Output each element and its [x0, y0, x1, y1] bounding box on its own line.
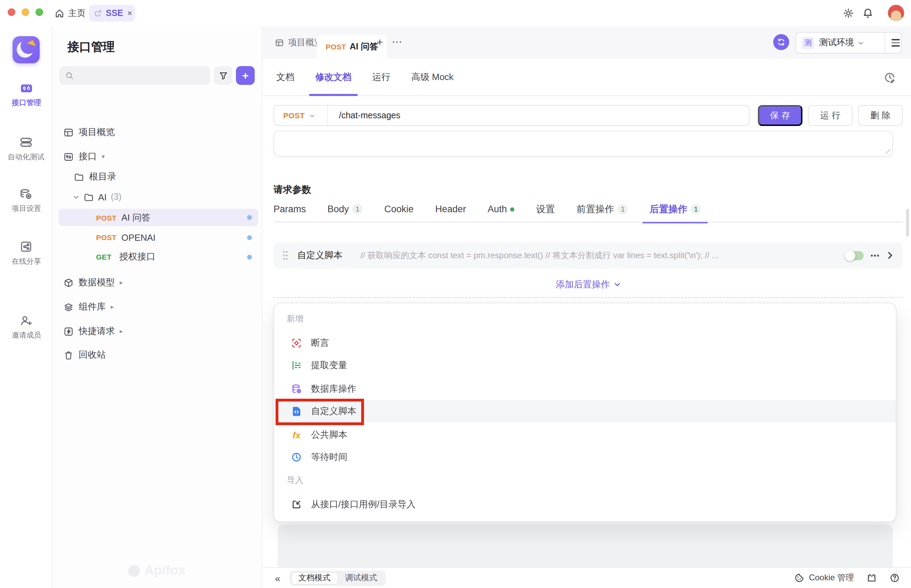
chevron-down-icon[interactable] — [73, 194, 79, 200]
tab-project-overview[interactable]: 项目概览 — [275, 26, 323, 58]
caret-right-icon[interactable]: ▸ — [120, 279, 123, 286]
sidebar-item-invite-members[interactable]: 邀请成员 — [0, 315, 52, 340]
folder-icon — [84, 192, 94, 202]
subtab-advanced-mock[interactable]: 高级 Mock — [411, 58, 454, 96]
param-tab-pre-operations[interactable]: 前置操作1 — [577, 196, 628, 222]
environment-menu-icon[interactable] — [888, 33, 903, 53]
settings-gear-icon[interactable] — [843, 8, 854, 19]
minimize-window-button[interactable] — [22, 8, 29, 16]
caret-down-icon[interactable]: ▾ — [102, 153, 105, 160]
zoom-window-button[interactable] — [36, 8, 43, 16]
tree-item-component-library[interactable]: 组件库 ▸ — [58, 299, 256, 315]
param-tab-cookie[interactable]: Cookie — [384, 196, 414, 222]
rail-item-label: 邀请成员 — [11, 330, 41, 340]
param-tab-auth[interactable]: Auth — [488, 196, 515, 222]
menu-item-custom-script[interactable]: 自定义脚本 — [274, 400, 896, 422]
tree-item-recycle-bin[interactable]: 回收站 — [58, 347, 256, 363]
sidebar-item-api-management[interactable]: 接口管理 — [0, 82, 52, 108]
folder-count: (3) — [111, 192, 122, 202]
method-select[interactable]: POST — [274, 106, 328, 125]
notifications-bell-icon[interactable] — [862, 8, 874, 19]
tree-item-endpoint-auth[interactable]: GET 授权接口 — [58, 249, 256, 265]
delete-button[interactable]: 删除 — [858, 105, 903, 126]
tree-item-ai-folder[interactable]: AI (3) — [58, 189, 256, 205]
user-avatar[interactable] — [887, 4, 905, 21]
cookie-icon — [795, 573, 805, 583]
sse-project-tab[interactable]: SSE × — [89, 5, 135, 21]
fx-icon: fx — [291, 430, 302, 440]
endpoint-path-input[interactable] — [328, 111, 749, 120]
param-tab-settings[interactable]: 设置 — [536, 196, 555, 222]
home-tab[interactable]: 主页 — [52, 5, 88, 21]
param-tab-header[interactable]: Header — [435, 196, 466, 222]
expand-chevron-icon[interactable] — [887, 251, 893, 260]
rail-item-label: 自动化测试 — [8, 152, 45, 162]
sidebar-item-online-share[interactable]: 在线分享 — [0, 241, 52, 267]
filter-button[interactable] — [214, 66, 233, 85]
api-management-icon — [19, 82, 33, 94]
lightning-icon — [63, 326, 74, 336]
cookie-manager-button[interactable]: Cookie 管理 — [795, 572, 854, 584]
param-tab-post-operations[interactable]: 后置操作1 — [650, 196, 701, 222]
custom-script-row[interactable]: 自定义脚本 // 获取响应的文本 const text = pm.respons… — [273, 242, 903, 268]
tree-item-endpoint-openai[interactable]: POST OPENAI — [58, 229, 256, 246]
add-post-operation-button[interactable]: 添加后置操作 — [273, 275, 903, 294]
rail-item-label: 接口管理 — [11, 98, 41, 108]
menu-item-label: 断言 — [311, 337, 329, 349]
debug-mode-segment[interactable]: 调试模式 — [338, 572, 384, 584]
add-api-button[interactable]: + — [236, 66, 255, 85]
new-tab-button[interactable]: + — [376, 36, 383, 49]
menu-item-assertion[interactable]: 断言 — [274, 332, 896, 354]
tree-item-data-models[interactable]: 数据模型 ▸ — [58, 274, 256, 291]
tree-item-label: 快捷请求 — [79, 325, 115, 338]
auth-set-dot — [510, 207, 515, 211]
menu-item-database-operation[interactable]: 数据库操作 — [274, 378, 896, 400]
row-more-menu-icon[interactable]: ⋯ — [870, 250, 880, 261]
param-tab-body[interactable]: Body1 — [328, 196, 363, 222]
tree-item-quick-request[interactable]: 快捷请求 ▸ — [58, 323, 256, 339]
overview-grid-icon — [275, 38, 284, 47]
subtab-edit-document[interactable]: 修改文档 — [315, 58, 351, 96]
project-settings-icon — [19, 188, 33, 200]
caret-right-icon[interactable]: ▸ — [111, 304, 114, 310]
menu-item-import-from-api[interactable]: 从接口/接口用例/目录导入 — [274, 493, 896, 515]
environment-selector[interactable]: 测 测试环境 — [795, 32, 902, 53]
param-tab-params[interactable]: Params — [273, 196, 306, 222]
sidebar-item-project-settings[interactable]: 项目设置 — [0, 188, 52, 214]
unsaved-dot — [247, 235, 252, 240]
tab-overflow-menu[interactable]: ⋯ — [392, 36, 403, 48]
collapse-sidebar-icon[interactable]: « — [275, 572, 281, 583]
close-tab-icon[interactable]: × — [128, 8, 132, 18]
endpoint-editor: POST 保存 运行 删除 请求参数 Params Body1 Cookie H… — [273, 96, 903, 567]
method-value: POST — [283, 111, 305, 120]
caret-right-icon[interactable]: ▸ — [120, 328, 123, 335]
search-input[interactable] — [59, 66, 210, 85]
close-window-button[interactable] — [8, 8, 15, 16]
description-textarea[interactable] — [273, 131, 893, 157]
tree-item-project-overview[interactable]: 项目概览 — [58, 124, 256, 141]
rail-item-label: 在线分享 — [11, 257, 41, 267]
help-icon[interactable] — [889, 573, 900, 583]
tree-item-endpoint-ai-qa[interactable]: POST AI 问答 — [58, 209, 256, 226]
subtab-run[interactable]: 运行 — [372, 58, 391, 96]
scrollbar-thumb[interactable] — [906, 209, 909, 237]
drag-handle-icon[interactable] — [283, 250, 288, 260]
tree-item-root-folder[interactable]: 根目录 — [58, 168, 256, 185]
method-badge: GET — [96, 253, 111, 261]
theme-tshirt-icon[interactable] — [866, 573, 877, 583]
menu-item-public-script[interactable]: fx 公共脚本 — [274, 424, 896, 446]
tree-item-label: 项目概览 — [79, 126, 115, 139]
invite-members-icon — [19, 315, 33, 326]
sync-status-button[interactable] — [773, 34, 789, 50]
enabled-toggle[interactable] — [845, 251, 863, 260]
subtab-document[interactable]: 文档 — [276, 58, 294, 96]
history-clock-icon[interactable] — [884, 72, 896, 84]
doc-mode-segment[interactable]: 文档模式 — [291, 572, 338, 584]
sidebar-item-automated-testing[interactable]: 自动化测试 — [0, 136, 52, 162]
menu-item-extract-variable[interactable]: 提取变量 — [274, 354, 896, 376]
chevron-down-icon — [309, 112, 315, 119]
menu-item-wait-time[interactable]: 等待时间 — [274, 446, 896, 468]
tree-item-api-section[interactable]: 接口 ▾ — [58, 148, 256, 165]
save-button[interactable]: 保存 — [758, 105, 803, 126]
run-button[interactable]: 运行 — [808, 105, 853, 126]
